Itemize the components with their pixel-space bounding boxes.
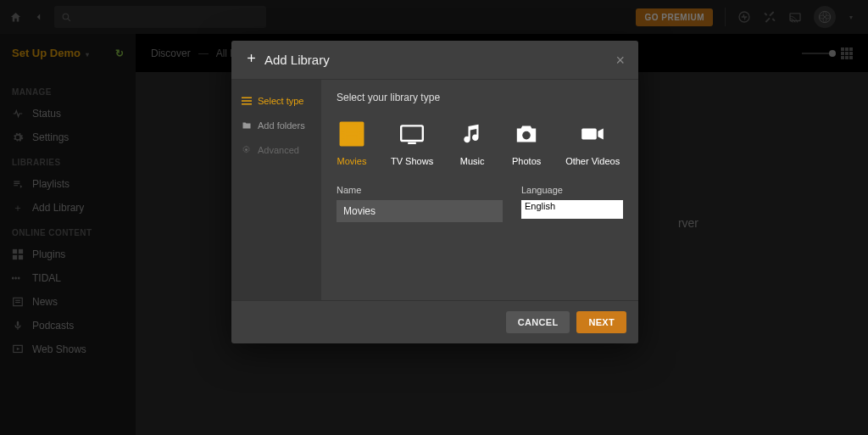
svg-rect-29 <box>359 129 362 131</box>
next-button[interactable]: NEXT <box>576 311 626 333</box>
sidebar-item-label: Add Library <box>32 202 84 214</box>
tools-icon[interactable] <box>763 10 776 24</box>
library-type-list: Movies TV Shows Music <box>337 119 623 166</box>
cancel-button[interactable]: CANCEL <box>506 311 570 333</box>
server-selector[interactable]: Set Up Demo ▾ ↻ <box>0 34 136 72</box>
sidebar-item-label: Status <box>32 108 61 120</box>
name-input[interactable] <box>337 200 503 222</box>
gear-icon <box>12 131 24 143</box>
camera-icon <box>511 119 542 149</box>
sidebar-heading-online: ONLINE CONTENT <box>0 220 136 243</box>
chevron-down-icon: ▾ <box>86 51 89 59</box>
list-icon <box>241 95 252 106</box>
search-icon <box>61 12 72 23</box>
step-add-folders[interactable]: Add folders <box>231 113 321 137</box>
sidebar-item-label: Podcasts <box>32 320 74 332</box>
form-row: Name Language English <box>337 185 623 222</box>
modal-header: Add Library × <box>231 41 638 80</box>
sidebar-item-playlists[interactable]: Playlists <box>0 172 136 196</box>
svg-rect-27 <box>342 139 344 142</box>
divider <box>725 8 726 26</box>
zoom-slider[interactable] <box>802 53 832 54</box>
chevron-down-icon[interactable]: ▾ <box>849 14 853 21</box>
svg-rect-9 <box>12 276 14 279</box>
server-name: Set Up Demo <box>12 47 81 59</box>
plus-icon: ＋ <box>12 202 24 214</box>
back-icon[interactable] <box>32 10 46 24</box>
language-select[interactable]: English <box>521 200 623 219</box>
type-music[interactable]: Music <box>457 119 487 166</box>
avatar-icon[interactable] <box>814 6 836 28</box>
nav-icons <box>0 10 46 24</box>
svg-rect-24 <box>342 124 344 126</box>
home-icon[interactable] <box>8 10 22 24</box>
svg-rect-26 <box>342 134 344 137</box>
go-premium-button[interactable]: GO PREMIUM <box>636 8 713 26</box>
type-label: Music <box>460 156 485 166</box>
name-field-wrap: Name <box>337 185 503 222</box>
sidebar-item-settings[interactable]: Settings <box>0 125 136 149</box>
folder-icon <box>241 120 252 131</box>
type-movies[interactable]: Movies <box>337 119 367 166</box>
close-icon[interactable]: × <box>615 53 625 68</box>
sidebar-heading-manage: MANAGE <box>0 79 136 102</box>
background-text: rver <box>678 216 698 230</box>
type-tv[interactable]: TV Shows <box>391 119 433 166</box>
sidebar-item-label: Plugins <box>32 248 65 260</box>
cast-icon[interactable] <box>788 10 802 24</box>
plugins-icon <box>12 248 24 260</box>
view-tools <box>802 47 868 59</box>
modal-title: Add Library <box>264 53 330 67</box>
activity-icon[interactable] <box>737 10 751 24</box>
modal-body: Select type Add folders Advanced Select … <box>231 80 638 300</box>
tv-icon <box>397 119 427 149</box>
language-field-wrap: Language English <box>521 185 623 222</box>
svg-rect-20 <box>242 100 252 102</box>
svg-rect-15 <box>17 321 19 326</box>
sidebar-item-webshows[interactable]: Web Shows <box>0 337 136 361</box>
svg-rect-37 <box>581 129 597 140</box>
refresh-icon[interactable]: ↻ <box>115 47 124 59</box>
svg-rect-35 <box>408 142 416 144</box>
playlist-icon <box>12 178 24 190</box>
type-label: Photos <box>512 156 541 166</box>
modal-pane: Select your library type Movies TV Shows <box>321 80 638 300</box>
music-icon <box>457 119 487 149</box>
sidebar-item-tidal[interactable]: TIDAL <box>0 266 136 290</box>
svg-point-22 <box>245 148 248 151</box>
type-other[interactable]: Other Videos <box>565 119 620 166</box>
svg-rect-30 <box>359 134 362 137</box>
grid-view-icon[interactable] <box>841 47 853 59</box>
sidebar-item-plugins[interactable]: Plugins <box>0 243 136 266</box>
step-advanced[interactable]: Advanced <box>231 137 321 162</box>
svg-rect-31 <box>359 139 362 142</box>
svg-line-1 <box>68 19 70 21</box>
sidebar-item-add-library[interactable]: ＋ Add Library <box>0 196 136 220</box>
mic-icon <box>12 320 24 332</box>
step-label: Advanced <box>258 145 299 155</box>
svg-rect-19 <box>242 97 252 98</box>
sidebar-item-label: TIDAL <box>32 272 61 284</box>
search-input[interactable] <box>54 6 266 28</box>
sidebar-item-status[interactable]: Status <box>0 102 136 125</box>
language-label: Language <box>521 185 623 195</box>
svg-rect-10 <box>14 276 17 279</box>
sidebar-item-news[interactable]: News <box>0 290 136 314</box>
step-select-type[interactable]: Select type <box>231 88 321 113</box>
activity-icon <box>12 108 24 120</box>
svg-rect-7 <box>13 255 17 259</box>
sidebar-heading-libraries: LIBRARIES <box>0 149 136 172</box>
type-photos[interactable]: Photos <box>511 119 542 166</box>
svg-rect-33 <box>347 136 357 143</box>
svg-point-0 <box>63 14 69 20</box>
sidebar-item-label: News <box>32 296 58 308</box>
type-label: TV Shows <box>391 156 433 166</box>
sidebar-item-podcasts[interactable]: Podcasts <box>0 314 136 337</box>
step-label: Add folders <box>258 120 305 131</box>
sidebar-item-label: Playlists <box>32 178 70 190</box>
breadcrumb-item[interactable]: Discover <box>151 47 191 59</box>
step-label: Select type <box>258 96 303 106</box>
svg-rect-28 <box>359 124 362 126</box>
svg-point-36 <box>522 131 531 140</box>
modal-steps: Select type Add folders Advanced <box>231 80 321 300</box>
